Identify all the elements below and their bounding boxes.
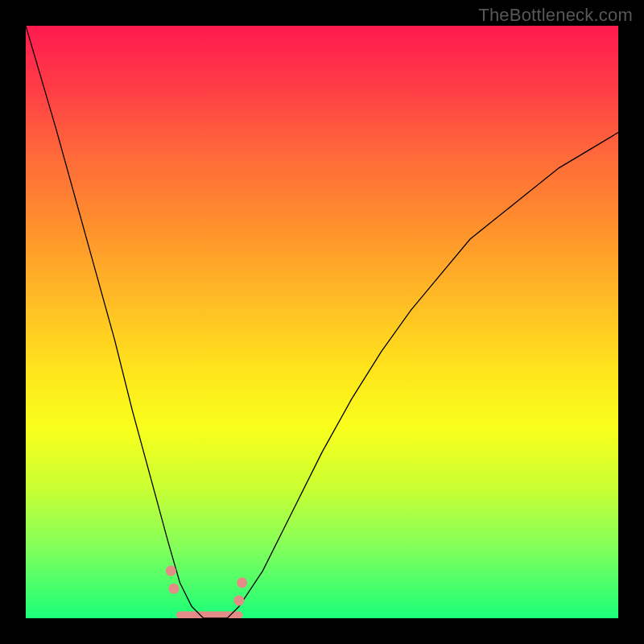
svg-point-4 [237,577,247,588]
plot-area [26,26,618,618]
svg-point-1 [166,566,176,576]
chart-stage: TheBottleneck.com [0,0,644,644]
watermark-text: TheBottleneck.com [478,5,633,26]
bottleneck-curve [26,26,618,618]
chart-svg [26,26,618,618]
svg-point-3 [233,595,244,605]
svg-point-2 [169,584,180,594]
curve-dots [166,566,247,606]
